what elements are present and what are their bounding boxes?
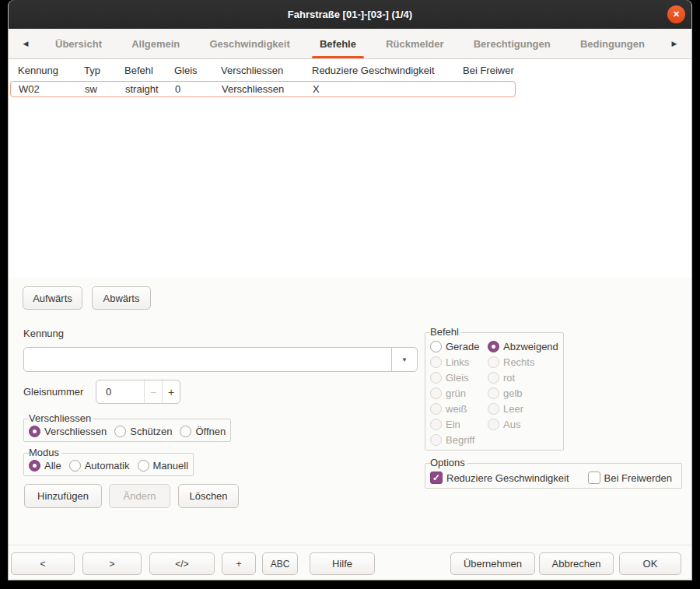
checkbox-icon	[588, 472, 600, 484]
radio-icon	[29, 460, 40, 472]
options-row: Reduziere Geschwindigkeit Bei Freiwerden	[430, 470, 677, 484]
modus-radio-row: Alle Automatik Manuell	[29, 460, 188, 472]
verschliessen-group-legend: Verschliessen	[29, 413, 93, 424]
checkbox-bei-freiwerden[interactable]: Bei Freiwerden	[588, 472, 672, 484]
help-button[interactable]: Hilfe	[310, 552, 375, 575]
column-header-reduziere[interactable]: Reduziere Geschwindigkeit	[312, 65, 463, 76]
column-header-gleis[interactable]: Gleis	[174, 65, 221, 76]
chevron-down-icon[interactable]: ▼	[391, 348, 417, 371]
options-group-legend: Options	[430, 458, 467, 468]
radio-abzweigend[interactable]: Abzweigend	[488, 341, 558, 352]
tab-allgemein[interactable]: Allgemein	[131, 29, 180, 58]
tab-bedingungen[interactable]: Bedingungen	[580, 29, 645, 58]
column-header-kennung[interactable]: Kennung	[18, 65, 84, 76]
tab-scroll-right-icon[interactable]: ▶	[668, 29, 681, 58]
add-route-button[interactable]: +	[222, 552, 256, 575]
stepper-plus-button[interactable]: +	[162, 380, 180, 403]
gleisnummer-label: Gleisnummer	[23, 386, 83, 398]
radio-label: gelb	[503, 387, 523, 399]
tab-scroll-left-icon[interactable]: ◀	[19, 29, 32, 58]
column-header-typ[interactable]: Typ	[84, 65, 124, 76]
modus-group-legend: Modus	[29, 447, 61, 458]
befehl-group-legend: Befehl	[430, 327, 461, 338]
prev-route-button[interactable]: <	[11, 552, 75, 575]
radio-gerade[interactable]: Gerade	[430, 341, 488, 352]
radio-label: Leer	[503, 403, 523, 415]
close-icon: ✕	[673, 9, 680, 19]
column-header-verschliessen[interactable]: Verschliessen	[221, 65, 312, 76]
radio-schuetzen[interactable]: Schützen	[114, 426, 172, 437]
radio-gelb: gelb	[488, 387, 558, 399]
gleisnummer-stepper: 0 − +	[96, 380, 180, 404]
radio-label: Ein	[446, 419, 460, 430]
radio-manuell[interactable]: Manuell	[138, 460, 189, 472]
kennung-combobox[interactable]: ▼	[23, 347, 418, 372]
tab-rueckmelder[interactable]: Rückmelder	[386, 29, 443, 58]
radio-icon	[488, 403, 499, 415]
ok-button[interactable]: OK	[619, 552, 681, 575]
column-header-befehl[interactable]: Befehl	[124, 65, 174, 76]
radio-weiss: weiß	[430, 403, 488, 415]
tab-geschwindigkeit[interactable]: Geschwindigkeit	[209, 29, 289, 58]
radio-label: Gleis	[446, 372, 469, 384]
commands-table: Kennung Typ Befehl Gleis Verschliessen R…	[9, 60, 691, 278]
radio-icon	[488, 387, 499, 399]
gleisnummer-value[interactable]: 0	[96, 380, 144, 403]
radio-automatik[interactable]: Automatik	[69, 460, 130, 472]
next-route-button[interactable]: >	[82, 552, 142, 575]
titlebar: Fahrstraße [01-]-[03-] (1/4) ✕	[9, 0, 691, 29]
move-up-button[interactable]: Aufwärts	[23, 286, 82, 310]
table-header: Kennung Typ Befehl Gleis Verschliessen R…	[9, 60, 691, 81]
tab-berechtigungen[interactable]: Berechtigungen	[474, 29, 551, 58]
cell-gleis: 0	[175, 83, 222, 95]
radio-label: Öffnen	[195, 426, 226, 437]
kennung-combobox-value	[24, 348, 391, 371]
radio-label: Links	[446, 356, 469, 368]
befehl-group: Befehl Gerade Abzweigend Links Rechts Gl…	[425, 327, 564, 451]
radio-icon	[430, 356, 442, 368]
radio-oeffnen[interactable]: Öffnen	[180, 426, 226, 437]
cell-reduziere: X	[313, 83, 464, 95]
radio-label: Begriff	[446, 434, 474, 446]
add-button[interactable]: Hinzufügen	[24, 484, 102, 508]
radio-icon	[29, 426, 40, 437]
radio-icon	[114, 426, 126, 437]
tab-uebersicht[interactable]: Übersicht	[55, 29, 102, 58]
radio-label: Gerade	[446, 341, 479, 352]
close-button[interactable]: ✕	[667, 5, 685, 23]
radio-icon	[488, 341, 499, 352]
radio-alle[interactable]: Alle	[29, 460, 61, 472]
tab-befehle[interactable]: Befehle	[320, 29, 356, 58]
xml-button[interactable]: </>	[149, 552, 215, 575]
radio-gleis: Gleis	[430, 372, 488, 384]
checkbox-reduziere-geschwindigkeit[interactable]: Reduziere Geschwindigkeit	[430, 472, 569, 484]
tabs: Übersicht Allgemein Geschwindigkeit Befe…	[32, 29, 668, 58]
verschliessen-radio-row: Verschliessen Schützen Öffnen	[29, 426, 226, 437]
befehl-radio-grid: Gerade Abzweigend Links Rechts Gleis rot	[430, 339, 558, 446]
desktop-background: { "window": { "title": "Fahrstraße [01-]…	[0, 0, 700, 589]
radio-label: Alle	[44, 460, 61, 472]
radio-label: Abzweigend	[503, 341, 558, 352]
checkbox-label: Bei Freiwerden	[604, 472, 672, 484]
footer-divider	[9, 545, 691, 545]
abc-button[interactable]: ABC	[262, 552, 298, 575]
move-down-button[interactable]: Abwärts	[92, 286, 151, 310]
radio-label: Aus	[503, 419, 520, 430]
radio-label: Rechts	[503, 356, 534, 368]
column-header-bei-freiwerden[interactable]: Bei Freiwer	[463, 65, 691, 76]
radio-label: Schützen	[130, 426, 172, 437]
radio-links: Links	[430, 356, 488, 368]
delete-button[interactable]: Löschen	[178, 484, 239, 508]
table-row[interactable]: W02 sw straight 0 Verschliessen X	[10, 81, 516, 97]
radio-leer: Leer	[488, 403, 558, 415]
radio-icon	[488, 356, 499, 368]
dialog-window: Fahrstraße [01-]-[03-] (1/4) ✕ ◀ Übersic…	[8, 0, 692, 580]
cancel-button[interactable]: Abbrechen	[539, 552, 614, 575]
apply-button[interactable]: Übernehmen	[450, 552, 535, 575]
tab-bar: ◀ Übersicht Allgemein Geschwindigkeit Be…	[9, 29, 691, 59]
change-button: Ändern	[109, 484, 170, 508]
radio-aus: Aus	[488, 419, 558, 430]
radio-ein: Ein	[430, 419, 488, 430]
radio-icon	[430, 434, 442, 446]
radio-verschliessen[interactable]: Verschliessen	[29, 426, 107, 437]
